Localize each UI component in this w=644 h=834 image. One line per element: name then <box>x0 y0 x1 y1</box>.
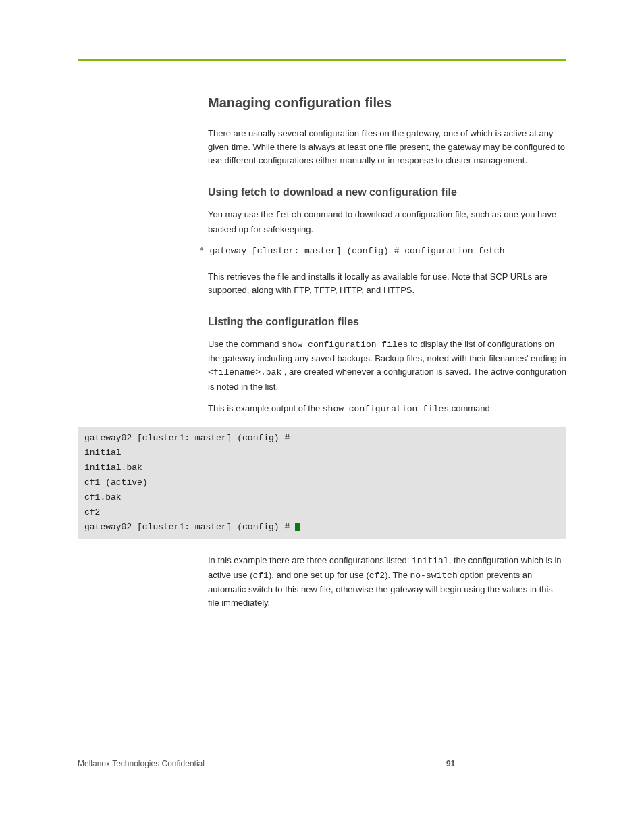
cli-line: cf1 (active) <box>84 477 148 488</box>
text: command: <box>449 403 492 413</box>
cli-line: initial.bak <box>84 463 142 473</box>
inline-code: cf2 <box>369 571 385 581</box>
text: In this example there are three configur… <box>208 555 412 565</box>
list-para-1: Use the command show configuration files… <box>208 338 566 394</box>
section-heading: Managing configuration files <box>208 95 566 111</box>
cli-output: gateway02 [cluster1: master] (config) # … <box>78 427 566 540</box>
intro-paragraph: There are usually several configuration … <box>208 127 566 167</box>
cli-line: cf1.bak <box>84 492 122 502</box>
inline-code: initial <box>412 556 449 566</box>
inline-code: fetch <box>275 210 302 220</box>
cli-prompt: gateway02 [cluster1: master] (config) # <box>84 433 295 443</box>
inline-code: show configuration files <box>281 340 408 350</box>
cursor-icon <box>295 523 300 531</box>
footer-page-number: 91 <box>446 759 455 768</box>
footer-rule <box>78 752 566 752</box>
inline-code: no-switch <box>410 571 458 581</box>
text: Use the command <box>208 339 281 349</box>
inline-code: <filename>.bak <box>208 367 281 377</box>
inline-code: show configuration files <box>323 404 449 414</box>
text: ). The <box>385 570 410 580</box>
cli-prompt: gateway02 [cluster1: master] (config) # <box>84 522 295 532</box>
cli-line: initial <box>84 448 122 458</box>
text: You may use the <box>208 209 275 219</box>
list-heading: Listing the configuration files <box>208 316 566 328</box>
list-para-3: In this example there are three configur… <box>208 554 566 610</box>
footer-confidential: Mellanox Technologies Confidential <box>78 759 205 768</box>
fetch-command: * gateway [cluster: master] (config) # c… <box>199 244 566 258</box>
text: ), and one set up for use ( <box>269 570 369 580</box>
cli-line: cf2 <box>84 507 100 517</box>
inline-code: cf1 <box>252 571 268 581</box>
list-para-2: This is example output of the show confi… <box>208 402 566 416</box>
fetch-para-2: This retrieves the file and installs it … <box>208 270 566 297</box>
text: This is example output of the <box>208 403 323 413</box>
text: , the configuration which is <box>449 555 555 565</box>
fetch-heading: Using fetch to download a new configurat… <box>208 186 566 199</box>
fetch-para-1: You may use the fetch command to downloa… <box>208 208 566 236</box>
page-footer: Mellanox Technologies Confidential 91 <box>78 752 566 792</box>
top-rule <box>78 59 566 61</box>
